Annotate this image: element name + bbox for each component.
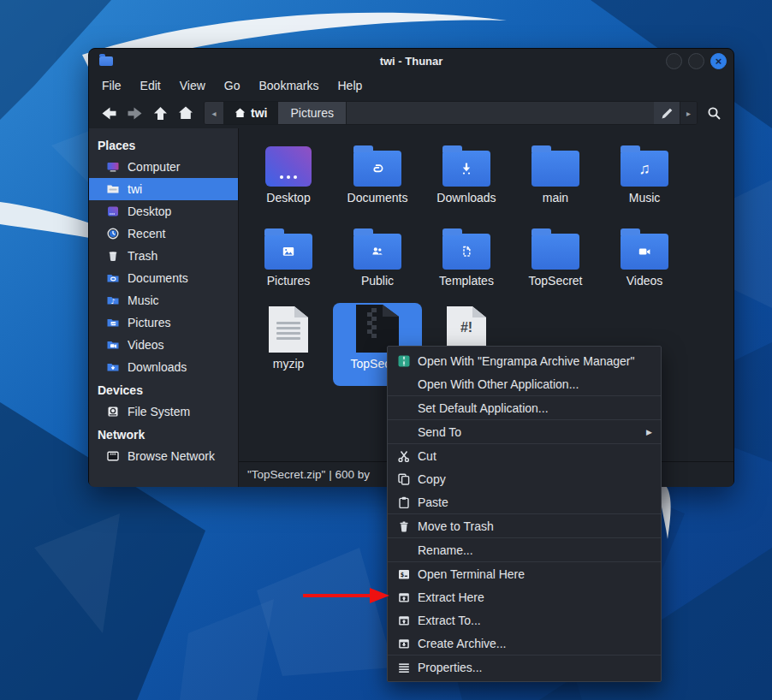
search-icon bbox=[707, 106, 722, 121]
annotation-arrow bbox=[301, 586, 390, 605]
plain-folder-icon bbox=[531, 234, 579, 270]
menu-item-rename[interactable]: Rename... bbox=[388, 538, 661, 561]
path-scroll-right-button[interactable]: ▸ bbox=[680, 102, 697, 124]
menu-file[interactable]: File bbox=[92, 75, 131, 96]
downloads-folder-icon bbox=[442, 151, 490, 187]
path-button-pictures[interactable]: Pictures bbox=[277, 102, 347, 124]
sidebar-item-recent[interactable]: Recent bbox=[89, 222, 238, 245]
file-topsecret-folder[interactable]: TopSecret bbox=[511, 220, 600, 303]
sidebar-item-trash[interactable]: Trash bbox=[89, 245, 238, 267]
menu-item-move-to-trash[interactable]: Move to Trash bbox=[388, 514, 661, 537]
paste-icon bbox=[396, 495, 411, 509]
menu-item-copy[interactable]: Copy bbox=[388, 467, 661, 490]
file-main[interactable]: main bbox=[511, 137, 600, 220]
back-icon bbox=[101, 106, 117, 121]
sidebar-label: Trash bbox=[128, 249, 157, 263]
pictures-folder-icon bbox=[106, 316, 120, 329]
menu-go[interactable]: Go bbox=[215, 75, 250, 96]
file-myzip[interactable]: myzip bbox=[244, 303, 333, 386]
sidebar-label: Videos bbox=[128, 338, 164, 352]
sidebar-item-downloads[interactable]: Downloads bbox=[89, 356, 238, 378]
path-bar[interactable]: ◂ twi Pictures ▸ bbox=[204, 101, 698, 125]
paperclip-glyph bbox=[370, 161, 385, 176]
menu-bookmarks[interactable]: Bookmarks bbox=[249, 75, 328, 96]
path-pictures-label: Pictures bbox=[290, 106, 334, 120]
file-videos[interactable]: Videos bbox=[600, 220, 689, 303]
menu-item-extract-to[interactable]: Extract To... bbox=[388, 608, 661, 632]
file-desktop[interactable]: Desktop bbox=[244, 137, 333, 220]
template-doc-glyph bbox=[459, 244, 474, 259]
videos-folder-icon bbox=[621, 234, 668, 270]
titlebar[interactable]: twi - Thunar × bbox=[89, 49, 733, 74]
sidebar-item-desktop[interactable]: Desktop bbox=[89, 200, 238, 222]
sidebar-item-videos[interactable]: Videos bbox=[89, 334, 238, 356]
sidebar-item-file-system[interactable]: File System bbox=[89, 400, 238, 423]
terminal-icon: $ bbox=[396, 567, 411, 581]
sidebar-label: Browse Network bbox=[128, 449, 215, 463]
download-glyph bbox=[459, 161, 474, 176]
music-note-glyph: ♫ bbox=[638, 161, 650, 176]
sidebar-label: Documents bbox=[128, 271, 188, 285]
documents-folder-icon bbox=[106, 271, 120, 285]
menu-item-open-with-engrampa[interactable]: Open With "Engrampa Archive Manager" bbox=[388, 349, 661, 372]
menu-item-set-default-application[interactable]: Set Default Application... bbox=[388, 396, 661, 419]
minimize-button[interactable] bbox=[666, 53, 682, 69]
forward-button[interactable] bbox=[122, 101, 147, 125]
drive-icon bbox=[106, 405, 120, 418]
documents-folder-icon bbox=[353, 151, 401, 187]
sidebar-item-documents[interactable]: Documents bbox=[89, 267, 238, 289]
network-icon bbox=[106, 449, 120, 463]
menu-item-extract-here[interactable]: Extract Here bbox=[388, 585, 661, 608]
statusbar-text: "TopSecret.zip" | 600 by bbox=[247, 468, 370, 481]
trash-icon bbox=[106, 249, 120, 263]
sidebar-header-network: Network bbox=[89, 424, 238, 445]
path-button-current[interactable]: twi bbox=[224, 102, 277, 124]
engrampa-icon bbox=[396, 353, 411, 368]
path-empty-area[interactable] bbox=[347, 102, 654, 124]
toolbar: ◂ twi Pictures ▸ bbox=[89, 98, 733, 128]
file-public[interactable]: Public bbox=[333, 220, 422, 303]
extract-icon bbox=[396, 613, 411, 627]
file-pictures[interactable]: Pictures bbox=[244, 220, 333, 303]
search-button[interactable] bbox=[701, 101, 727, 125]
sidebar-item-twi[interactable]: twi bbox=[89, 178, 238, 200]
menu-item-open-terminal-here[interactable]: $ Open Terminal Here bbox=[388, 562, 661, 585]
people-glyph bbox=[370, 244, 385, 259]
menu-edit[interactable]: Edit bbox=[131, 75, 170, 96]
maximize-button[interactable] bbox=[688, 53, 704, 69]
menu-item-paste[interactable]: Paste bbox=[388, 490, 661, 513]
menu-item-send-to[interactable]: Send To ▶ bbox=[388, 420, 661, 443]
file-music[interactable]: ♫ Music bbox=[600, 137, 689, 220]
menu-item-create-archive[interactable]: Create Archive... bbox=[388, 632, 661, 655]
sidebar: Places Computer twi Desktop bbox=[89, 128, 239, 487]
menu-item-properties[interactable]: Properties... bbox=[388, 656, 661, 679]
svg-text:$: $ bbox=[400, 570, 404, 578]
home-icon bbox=[178, 106, 193, 120]
path-edit-button[interactable] bbox=[654, 102, 680, 124]
file-downloads[interactable]: Downloads bbox=[422, 137, 511, 220]
menu-item-cut[interactable]: Cut bbox=[388, 444, 661, 467]
desktop-icon bbox=[106, 205, 120, 218]
close-button[interactable]: × bbox=[710, 53, 727, 69]
back-button[interactable] bbox=[96, 101, 122, 125]
sidebar-item-computer[interactable]: Computer bbox=[89, 156, 238, 178]
path-scroll-left-button[interactable]: ◂ bbox=[205, 102, 224, 124]
recent-clock-icon bbox=[106, 227, 120, 240]
up-button[interactable] bbox=[147, 101, 173, 125]
public-folder-icon bbox=[353, 234, 401, 270]
home-button[interactable] bbox=[173, 101, 199, 125]
file-documents[interactable]: Documents bbox=[333, 137, 422, 220]
sidebar-item-browse-network[interactable]: Browse Network bbox=[89, 445, 238, 467]
menu-view[interactable]: View bbox=[170, 75, 215, 96]
file-templates[interactable]: Templates bbox=[422, 220, 511, 303]
menu-help[interactable]: Help bbox=[329, 75, 372, 96]
pictures-folder-icon bbox=[264, 234, 312, 270]
sidebar-item-pictures[interactable]: Pictures bbox=[89, 311, 238, 334]
context-menu: Open With "Engrampa Archive Manager" Ope… bbox=[387, 346, 662, 682]
forward-icon bbox=[127, 106, 143, 121]
camera-glyph bbox=[637, 244, 652, 259]
sidebar-label: Music bbox=[128, 294, 159, 307]
desktop-folder-icon bbox=[265, 146, 312, 187]
menu-item-open-with-other[interactable]: Open With Other Application... bbox=[388, 372, 661, 395]
sidebar-item-music[interactable]: ♪ Music bbox=[89, 289, 238, 311]
